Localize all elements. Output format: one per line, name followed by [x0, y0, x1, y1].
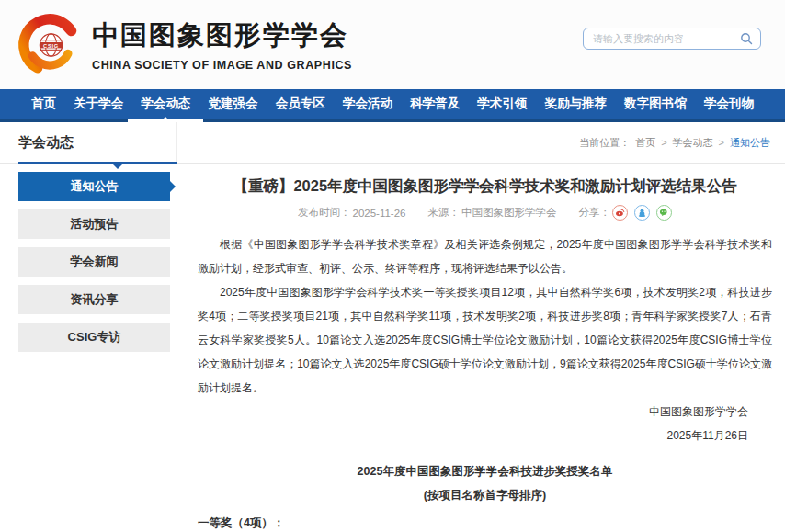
section-title-block: 学会动态 — [18, 122, 177, 163]
article: 【重磅】2025年度中国图象图形学学会科学技术奖和激励计划评选结果公告 发布时间… — [170, 172, 772, 532]
article-body: 根据《中国图象图形学学会科学技术奖章程》及相关评选条例规定，2025年度中国图象… — [198, 232, 772, 400]
breadcrumb-separator: > — [719, 137, 724, 148]
main-nav: 首页 关于学会 学会动态 党建强会 会员专区 学会活动 科学普及 学术引领 奖励… — [0, 89, 785, 122]
source-value: 中国图象图形学学会 — [461, 206, 557, 220]
sidebar-item-society-news[interactable]: 学会新闻 — [18, 247, 170, 277]
sidebar-item-notices[interactable]: 通知公告 — [18, 172, 170, 201]
publish-time-label: 发布时间： — [298, 206, 351, 220]
nav-item-academic[interactable]: 学术引领 — [473, 89, 530, 119]
page-title: 学会动态 — [18, 134, 74, 152]
breadcrumb-current[interactable]: 通知公告 — [730, 136, 770, 150]
content-area: 通知公告 活动预告 学会新闻 资讯分享 CSIG专访 【重磅】2025年度中国图… — [0, 164, 785, 532]
site-title: 中国图象图形学学会 — [92, 17, 352, 54]
sidebar-item-csig-interview[interactable]: CSIG专访 — [18, 323, 170, 352]
search-box[interactable] — [583, 28, 761, 50]
nav-item-library[interactable]: 数字图书馆 — [620, 89, 690, 119]
paragraph: 2025年度中国图象图形学学会科学技术奖一等奖授奖项目12项，其中自然科学奖6项… — [198, 280, 772, 400]
section-strip: 学会动态 当前位置： 首页 > 学会动态 > 通知公告 — [0, 122, 785, 164]
csig-logo-icon: CSIG — [15, 10, 85, 80]
award-list-title: 2025年度中国图象图形学学会科技进步奖授奖名单 — [198, 459, 772, 483]
section-title-underline — [18, 162, 177, 164]
nav-item-science[interactable]: 科学普及 — [406, 89, 463, 119]
weibo-share-icon[interactable] — [612, 205, 628, 221]
sidebar-item-info-share[interactable]: 资讯分享 — [18, 285, 170, 314]
site-header: CSIG 中国图象图形学学会 CHINA SOCIETY OF IMAGE AN… — [0, 0, 785, 89]
nav-item-news[interactable]: 学会动态 — [137, 89, 194, 119]
breadcrumb-home[interactable]: 首页 — [635, 136, 655, 150]
nav-item-awards[interactable]: 奖励与推荐 — [541, 89, 611, 119]
award-level-heading: 一等奖（4项）： — [198, 512, 772, 532]
svg-text:CSIG: CSIG — [43, 42, 59, 48]
breadcrumb-separator: > — [661, 137, 666, 148]
brand-block: 中国图象图形学学会 CHINA SOCIETY OF IMAGE AND GRA… — [92, 17, 352, 72]
search-input[interactable] — [593, 33, 740, 44]
signature: 中国图象图形学学会 — [198, 400, 772, 424]
publish-time-value: 2025-11-26 — [353, 208, 406, 219]
award-list-subtitle: (按项目名称首字母排序) — [198, 483, 772, 507]
publish-time: 发布时间： 2025-11-26 — [298, 206, 405, 220]
wechat-share-icon[interactable] — [656, 205, 672, 221]
signature-date: 2025年11月26日 — [198, 424, 772, 447]
share-group: 分享： — [578, 205, 672, 221]
source: 来源： 中国图象图形学学会 — [427, 206, 556, 220]
share-icons — [612, 205, 672, 221]
article-meta: 发布时间： 2025-11-26 来源： 中国图象图形学学会 分享： — [198, 205, 772, 221]
nav-item-members[interactable]: 会员专区 — [272, 89, 329, 119]
qq-share-icon[interactable] — [634, 205, 650, 221]
nav-item-party[interactable]: 党建强会 — [205, 89, 262, 119]
paragraph: 根据《中国图象图形学学会科学技术奖章程》及相关评选条例规定，2025年度中国图象… — [198, 232, 772, 280]
breadcrumb-label: 当前位置： — [579, 136, 630, 150]
sidebar: 通知公告 活动预告 学会新闻 资讯分享 CSIG专访 — [18, 172, 170, 532]
nav-item-journals[interactable]: 学会刊物 — [700, 89, 757, 119]
nav-item-home[interactable]: 首页 — [28, 89, 60, 119]
article-title: 【重磅】2025年度中国图象图形学学会科学技术奖和激励计划评选结果公告 — [198, 175, 772, 196]
sidebar-item-previews[interactable]: 活动预告 — [18, 209, 170, 239]
source-label: 来源： — [427, 206, 460, 220]
nav-item-activities[interactable]: 学会活动 — [339, 89, 396, 119]
page: CSIG 中国图象图形学学会 CHINA SOCIETY OF IMAGE AN… — [0, 0, 785, 532]
search-icon[interactable] — [740, 32, 753, 45]
breadcrumb: 当前位置： 首页 > 学会动态 > 通知公告 — [579, 136, 770, 150]
share-label: 分享： — [578, 206, 610, 220]
nav-item-about[interactable]: 关于学会 — [70, 89, 127, 119]
breadcrumb-news[interactable]: 学会动态 — [673, 136, 713, 150]
site-subtitle: CHINA SOCIETY OF IMAGE AND GRAPHICS — [92, 59, 352, 72]
